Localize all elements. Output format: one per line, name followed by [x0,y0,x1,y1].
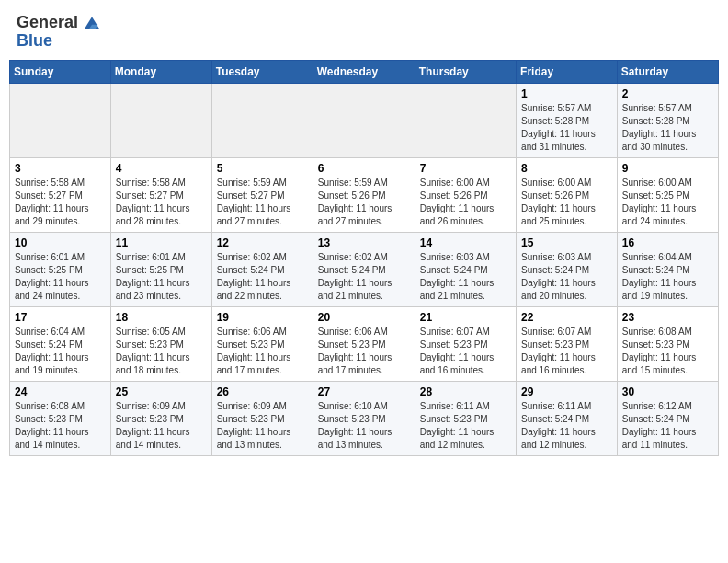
calendar-cell: 24Sunrise: 6:08 AMSunset: 5:23 PMDayligh… [10,382,111,456]
calendar-cell: 1Sunrise: 5:57 AMSunset: 5:28 PMDaylight… [517,84,618,158]
calendar-cell [10,84,111,158]
day-info: Sunrise: 5:58 AMSunset: 5:27 PMDaylight:… [116,177,207,228]
calendar-cell: 12Sunrise: 6:02 AMSunset: 5:24 PMDayligh… [211,233,313,307]
day-info: Sunrise: 6:09 AMSunset: 5:23 PMDaylight:… [116,400,207,452]
day-info: Sunrise: 6:03 AMSunset: 5:24 PMDaylight:… [521,251,612,303]
day-info: Sunrise: 5:57 AMSunset: 5:28 PMDaylight:… [521,102,612,154]
calendar-cell: 19Sunrise: 6:06 AMSunset: 5:23 PMDayligh… [211,307,313,382]
calendar-cell: 14Sunrise: 6:03 AMSunset: 5:24 PMDayligh… [415,233,516,307]
calendar-cell: 8Sunrise: 6:00 AMSunset: 5:26 PMDaylight… [517,158,618,233]
day-of-week-header: Thursday [415,61,516,84]
calendar-cell: 28Sunrise: 6:11 AMSunset: 5:23 PMDayligh… [415,382,516,456]
day-number: 1 [521,87,612,100]
day-number: 23 [622,311,713,324]
day-info: Sunrise: 6:05 AMSunset: 5:23 PMDaylight:… [116,326,207,377]
day-number: 20 [318,311,410,324]
calendar-cell [211,84,313,158]
calendar-cell: 16Sunrise: 6:04 AMSunset: 5:24 PMDayligh… [617,233,718,307]
calendar-cell: 26Sunrise: 6:09 AMSunset: 5:23 PMDayligh… [211,382,313,456]
day-info: Sunrise: 5:59 AMSunset: 5:26 PMDaylight:… [318,177,410,228]
calendar-week-row: 1Sunrise: 5:57 AMSunset: 5:28 PMDaylight… [10,84,719,158]
day-info: Sunrise: 5:58 AMSunset: 5:27 PMDaylight:… [15,177,106,228]
day-number: 4 [116,162,207,175]
day-of-week-header: Monday [110,61,211,84]
calendar-cell: 2Sunrise: 5:57 AMSunset: 5:28 PMDaylight… [617,84,718,158]
day-number: 25 [116,385,207,398]
day-number: 24 [15,385,106,398]
calendar-cell: 3Sunrise: 5:58 AMSunset: 5:27 PMDaylight… [10,158,111,233]
day-info: Sunrise: 6:08 AMSunset: 5:23 PMDaylight:… [15,400,106,452]
day-number: 6 [318,162,410,175]
calendar-cell: 5Sunrise: 5:59 AMSunset: 5:27 PMDaylight… [211,158,313,233]
calendar-table: SundayMondayTuesdayWednesdayThursdayFrid… [9,60,719,456]
calendar-week-row: 10Sunrise: 6:01 AMSunset: 5:25 PMDayligh… [10,233,719,307]
day-of-week-header: Friday [517,61,618,84]
day-info: Sunrise: 6:11 AMSunset: 5:24 PMDaylight:… [521,400,612,452]
calendar-cell: 20Sunrise: 6:06 AMSunset: 5:23 PMDayligh… [313,307,415,382]
calendar-cell: 10Sunrise: 6:01 AMSunset: 5:25 PMDayligh… [10,233,111,307]
calendar-week-row: 17Sunrise: 6:04 AMSunset: 5:24 PMDayligh… [10,307,719,382]
calendar-cell: 30Sunrise: 6:12 AMSunset: 5:24 PMDayligh… [617,382,718,456]
day-info: Sunrise: 6:06 AMSunset: 5:23 PMDaylight:… [217,326,308,377]
day-number: 14 [420,236,511,249]
day-number: 8 [521,162,612,175]
calendar-cell: 29Sunrise: 6:11 AMSunset: 5:24 PMDayligh… [517,382,618,456]
day-info: Sunrise: 6:07 AMSunset: 5:23 PMDaylight:… [521,326,612,377]
calendar-cell: 4Sunrise: 5:58 AMSunset: 5:27 PMDaylight… [110,158,211,233]
day-info: Sunrise: 6:08 AMSunset: 5:23 PMDaylight:… [622,326,713,377]
day-info: Sunrise: 6:01 AMSunset: 5:25 PMDaylight:… [116,251,207,303]
calendar-cell: 23Sunrise: 6:08 AMSunset: 5:23 PMDayligh… [617,307,718,382]
day-number: 13 [318,236,410,249]
day-info: Sunrise: 5:57 AMSunset: 5:28 PMDaylight:… [622,102,713,154]
day-info: Sunrise: 6:10 AMSunset: 5:23 PMDaylight:… [318,400,410,452]
day-info: Sunrise: 6:00 AMSunset: 5:26 PMDaylight:… [521,177,612,228]
calendar-cell: 17Sunrise: 6:04 AMSunset: 5:24 PMDayligh… [10,307,111,382]
day-number: 15 [521,236,612,249]
day-of-week-header: Tuesday [211,61,313,84]
day-number: 27 [318,385,410,398]
day-info: Sunrise: 6:00 AMSunset: 5:26 PMDaylight:… [420,177,511,228]
day-number: 9 [622,162,713,175]
day-number: 28 [420,385,511,398]
calendar-cell: 15Sunrise: 6:03 AMSunset: 5:24 PMDayligh… [517,233,618,307]
day-info: Sunrise: 6:06 AMSunset: 5:23 PMDaylight:… [318,326,410,377]
day-info: Sunrise: 6:01 AMSunset: 5:25 PMDaylight:… [15,251,106,303]
page-header: General Blue [9,9,719,54]
day-number: 19 [217,311,308,324]
logo-text: General Blue [17,13,101,51]
day-number: 21 [420,311,511,324]
day-info: Sunrise: 6:09 AMSunset: 5:23 PMDaylight:… [217,400,308,452]
calendar-cell: 7Sunrise: 6:00 AMSunset: 5:26 PMDaylight… [415,158,516,233]
calendar-cell: 11Sunrise: 6:01 AMSunset: 5:25 PMDayligh… [110,233,211,307]
day-info: Sunrise: 6:03 AMSunset: 5:24 PMDaylight:… [420,251,511,303]
day-of-week-header: Wednesday [313,61,415,84]
day-number: 5 [217,162,308,175]
day-number: 26 [217,385,308,398]
day-number: 16 [622,236,713,249]
calendar-cell [313,84,415,158]
calendar-week-row: 3Sunrise: 5:58 AMSunset: 5:27 PMDaylight… [10,158,719,233]
calendar-header-row: SundayMondayTuesdayWednesdayThursdayFrid… [10,61,719,84]
day-info: Sunrise: 6:02 AMSunset: 5:24 PMDaylight:… [318,251,410,303]
calendar-cell [415,84,516,158]
day-number: 18 [116,311,207,324]
calendar-cell: 27Sunrise: 6:10 AMSunset: 5:23 PMDayligh… [313,382,415,456]
day-number: 7 [420,162,511,175]
calendar-cell: 25Sunrise: 6:09 AMSunset: 5:23 PMDayligh… [110,382,211,456]
calendar-cell: 21Sunrise: 6:07 AMSunset: 5:23 PMDayligh… [415,307,516,382]
day-of-week-header: Saturday [617,61,718,84]
day-number: 29 [521,385,612,398]
day-number: 2 [622,87,713,100]
day-info: Sunrise: 6:04 AMSunset: 5:24 PMDaylight:… [15,326,106,377]
day-info: Sunrise: 6:02 AMSunset: 5:24 PMDaylight:… [217,251,308,303]
day-info: Sunrise: 6:12 AMSunset: 5:24 PMDaylight:… [622,400,713,452]
calendar-cell: 6Sunrise: 5:59 AMSunset: 5:26 PMDaylight… [313,158,415,233]
day-number: 30 [622,385,713,398]
day-number: 22 [521,311,612,324]
day-info: Sunrise: 5:59 AMSunset: 5:27 PMDaylight:… [217,177,308,228]
day-number: 12 [217,236,308,249]
calendar-week-row: 24Sunrise: 6:08 AMSunset: 5:23 PMDayligh… [10,382,719,456]
day-of-week-header: Sunday [10,61,111,84]
calendar-cell [110,84,211,158]
calendar-cell: 9Sunrise: 6:00 AMSunset: 5:25 PMDaylight… [617,158,718,233]
